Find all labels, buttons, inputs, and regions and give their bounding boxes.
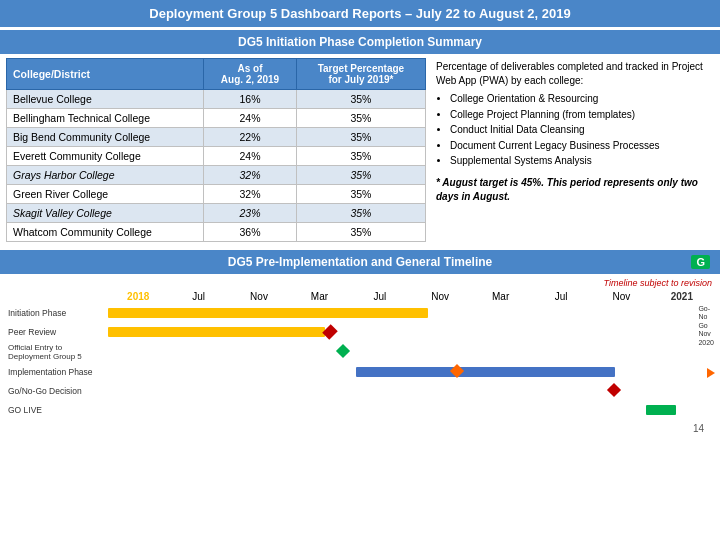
month-nov3: Nov [591, 291, 651, 302]
page-number: 14 [8, 421, 712, 436]
target-cell: 35% [296, 90, 425, 109]
asof-cell: 24% [204, 147, 297, 166]
gong-diamond [607, 383, 621, 397]
timeline-note: Timeline subject to revision [8, 278, 712, 288]
main-container: Deployment Group 5 Dashboard Reports – J… [0, 0, 720, 442]
year-row: 2018 Jul Nov Mar Jul Nov Mar Jul Nov 202… [8, 291, 712, 302]
asof-cell: 16% [204, 90, 297, 109]
year-2018: 2018 [108, 291, 168, 302]
asof-cell: 36% [204, 223, 297, 242]
month-jul1: Jul [168, 291, 228, 302]
phase-label-official: Official Entry to Deployment Group 5 [8, 343, 108, 361]
phase-bar-golive [108, 404, 712, 416]
bullet-item: College Project Planning (from templates… [450, 108, 712, 122]
bullet-item: Conduct Initial Data Cleansing [450, 123, 712, 137]
bullet-list: College Orientation & ResourcingCollege … [450, 92, 712, 168]
asof-cell: 32% [204, 185, 297, 204]
table-row: Green River College 32% 35% [7, 185, 426, 204]
target-cell: 35% [296, 166, 425, 185]
asof-cell: 22% [204, 128, 297, 147]
phase-label-gong: Go/No-Go Decision [8, 386, 108, 396]
phase-bar-impl [108, 366, 712, 378]
col-header-target: Target Percentagefor July 2019* [296, 59, 425, 90]
table-row: Bellevue College 16% 35% [7, 90, 426, 109]
timeline-section: DG5 Pre-Implementation and General Timel… [0, 250, 720, 442]
initiation-section-header: DG5 Initiation Phase Completion Summary [0, 30, 720, 54]
phase-row-impl: Implementation Phase [8, 364, 712, 380]
phase-label-initiation: Initiation Phase [8, 308, 108, 318]
bullet-item: Supplemental Systems Analysis [450, 154, 712, 168]
timeline-header: DG5 Pre-Implementation and General Timel… [0, 250, 720, 274]
asof-cell: 23% [204, 204, 297, 223]
target-cell: 35% [296, 204, 425, 223]
table-row: Skagit Valley College 23% 35% [7, 204, 426, 223]
college-name-cell: Everett Community College [7, 147, 204, 166]
impl-arrow [707, 368, 715, 378]
table-row: Big Bend Community College 22% 35% [7, 128, 426, 147]
target-cell: 35% [296, 223, 425, 242]
golive-bar [646, 405, 676, 415]
college-name-cell: Skagit Valley College [7, 204, 204, 223]
month-nov1: Nov [229, 291, 289, 302]
phase-row-peer: Peer Review [8, 324, 712, 340]
col-header-asof: As ofAug. 2, 2019 [204, 59, 297, 90]
college-name-cell: Whatcom Community College [7, 223, 204, 242]
phase-label-golive: GO LIVE [8, 405, 108, 415]
phase-row-official: Official Entry to Deployment Group 5 [8, 343, 712, 361]
month-mar1: Mar [289, 291, 349, 302]
august-note: * August target is 45%. This period repr… [436, 176, 712, 204]
month-nov2: Nov [410, 291, 470, 302]
peer-bar [108, 327, 325, 337]
phase-row-golive: GO LIVE [8, 402, 712, 418]
table-row: Grays Harbor College 32% 35% [7, 166, 426, 185]
timeline-chart: 2018 Jul Nov Mar Jul Nov Mar Jul Nov 202… [8, 291, 712, 418]
impl-bar [356, 367, 616, 377]
bullet-item: College Orientation & Resourcing [450, 92, 712, 106]
table-row: Whatcom Community College 36% 35% [7, 223, 426, 242]
college-name-cell: Big Bend Community College [7, 128, 204, 147]
asof-cell: 32% [204, 166, 297, 185]
target-cell: 35% [296, 109, 425, 128]
table-section: College/District As ofAug. 2, 2019 Targe… [0, 54, 720, 246]
phase-bar-initiation: Go/No-GoDecisionFeb 2021 Go-NoGoNov 2020 [108, 307, 712, 319]
month-mar2: Mar [470, 291, 530, 302]
phase-label-peer: Peer Review [8, 327, 108, 337]
phase-bar-official [108, 346, 712, 358]
college-name-cell: Bellevue College [7, 90, 204, 109]
month-jul2: Jul [350, 291, 410, 302]
col-header-college: College/District [7, 59, 204, 90]
phase-bar-gong [108, 385, 712, 397]
official-diamond [335, 344, 349, 358]
target-cell: 35% [296, 147, 425, 166]
table-row: Everett Community College 24% 35% [7, 147, 426, 166]
month-jul3: Jul [531, 291, 591, 302]
initiation-bar [108, 308, 428, 318]
completion-table-wrapper: College/District As ofAug. 2, 2019 Targe… [6, 58, 426, 242]
timeline-title: DG5 Pre-Implementation and General Timel… [228, 255, 493, 269]
bullet-item: Document Current Legacy Business Process… [450, 139, 712, 153]
phase-bar-peer [108, 326, 712, 338]
completion-table: College/District As ofAug. 2, 2019 Targe… [6, 58, 426, 242]
phase-row-gong: Go/No-Go Decision [8, 383, 712, 399]
college-name-cell: Bellingham Technical College [7, 109, 204, 128]
college-name-cell: Grays Harbor College [7, 166, 204, 185]
target-cell: 35% [296, 128, 425, 147]
info-panel: Percentage of deliverables completed and… [434, 58, 714, 242]
timeline-body: Timeline subject to revision 2018 Jul No… [0, 274, 720, 442]
peer-diamond [323, 324, 339, 340]
phase-label-impl: Implementation Phase [8, 367, 108, 377]
asof-cell: 24% [204, 109, 297, 128]
year-2021: 2021 [652, 291, 712, 302]
main-title: Deployment Group 5 Dashboard Reports – J… [0, 0, 720, 27]
college-name-cell: Green River College [7, 185, 204, 204]
info-description: Percentage of deliverables completed and… [436, 60, 712, 88]
phase-row-initiation: Initiation Phase Go/No-GoDecisionFeb 202… [8, 305, 712, 321]
g-badge: G [691, 255, 710, 269]
years-container: 2018 Jul Nov Mar Jul Nov Mar Jul Nov 202… [108, 291, 712, 302]
target-cell: 35% [296, 185, 425, 204]
table-row: Bellingham Technical College 24% 35% [7, 109, 426, 128]
